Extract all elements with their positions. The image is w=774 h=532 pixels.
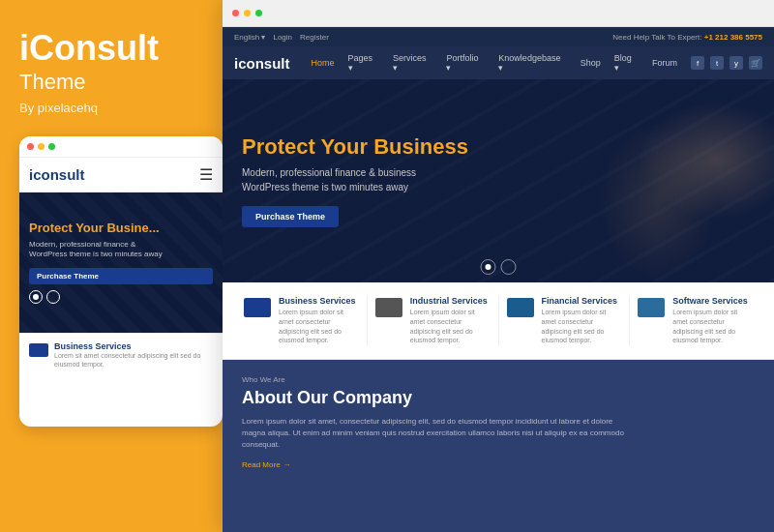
software-services-info: Software Services Lorem ipsum dolor sit … [672, 296, 753, 345]
about-label: Who We Are [242, 375, 755, 384]
nav-social-icons: f t y 🛒 [691, 56, 762, 70]
util-register[interactable]: Register [300, 33, 329, 42]
desktop-site: English ▾ Login Register Need Help Talk … [223, 27, 774, 532]
left-panel: iConsult Theme By pixelacehq iconsult ☰ … [0, 0, 223, 532]
industrial-services-info: Industrial Services Lorem ipsum dolor si… [410, 296, 491, 345]
service-item-business: Business Services Lorem ipsum dolor sit … [236, 296, 368, 345]
util-help-label: Need Help Talk To Expert: [612, 33, 701, 42]
main-nav: iconsult Home Pages ▾ Services ▾ Portfol… [223, 46, 774, 79]
nav-item-shop[interactable]: Shop [580, 58, 601, 68]
mobile-site-logo: iconsult [29, 166, 85, 183]
mobile-chrome-bar [19, 136, 223, 158]
hero-content: Protect Your Business Modern, profession… [242, 134, 468, 227]
hero-subtitle: Modern, professional finance & business … [242, 165, 464, 194]
mobile-nav: iconsult ☰ [19, 158, 223, 192]
hero-people-image [484, 79, 774, 282]
nav-item-forum[interactable]: Forum [652, 58, 677, 68]
right-panel: English ▾ Login Register Need Help Talk … [223, 0, 774, 532]
mobile-purchase-button[interactable]: Purchase Theme [29, 268, 213, 284]
industrial-services-text: Lorem ipsum dolor sit amet consectetur a… [410, 308, 491, 345]
mobile-services: Business Services Lorem sit amet consect… [19, 333, 223, 376]
hamburger-icon[interactable]: ☰ [199, 165, 213, 184]
software-services-text: Lorem ipsum dolor sit amet consectetur a… [672, 308, 753, 345]
software-services-title: Software Services [672, 296, 753, 306]
mobile-slider-dot-2 [46, 290, 60, 304]
mobile-dot-red [27, 143, 34, 150]
mobile-service-info: Business Services Lorem sit amet consect… [54, 341, 213, 369]
util-login[interactable]: Login [273, 33, 292, 42]
cart-icon[interactable]: 🛒 [749, 56, 762, 70]
industrial-services-title: Industrial Services [410, 296, 491, 306]
hero-purchase-button[interactable]: Purchase Theme [242, 206, 339, 227]
twitter-icon[interactable]: t [710, 56, 724, 70]
nav-item-pages[interactable]: Pages ▾ [348, 53, 380, 73]
util-bar-left: English ▾ Login Register [234, 33, 329, 42]
mobile-hero-subtitle: Modern, professional finance &WordPress … [29, 240, 213, 260]
nav-item-portfolio[interactable]: Portfolio ▾ [446, 53, 485, 73]
mobile-slider-dot-1 [29, 290, 43, 304]
mobile-hero-title: Protect Your Busine... [29, 221, 213, 236]
about-readmore-link[interactable]: Read More → [242, 460, 755, 469]
desktop-dot-green [255, 10, 262, 16]
mobile-dot-green [48, 143, 55, 150]
about-section: Who We Are About Our Company Lorem ipsum… [223, 360, 774, 532]
facebook-icon[interactable]: f [691, 56, 704, 70]
about-text: Lorem ipsum dolor sit amet, consectetur … [242, 416, 629, 451]
mobile-service-text: Lorem sit amet consectetur adipiscing el… [54, 351, 213, 369]
software-services-icon [638, 298, 665, 317]
arrow-right-icon: → [283, 460, 291, 469]
mobile-slider-dots [29, 290, 213, 304]
nav-item-blog[interactable]: Blog ▾ [614, 53, 639, 73]
mobile-dot-yellow [38, 143, 45, 150]
util-bar-right: Need Help Talk To Expert: +1 212 386 557… [612, 33, 762, 42]
desktop-dot-yellow [244, 10, 251, 16]
brand-author: By pixelacehq [19, 101, 159, 115]
nav-item-services[interactable]: Services ▾ [393, 53, 432, 73]
hero-section: Protect Your Business Modern, profession… [223, 79, 774, 282]
utility-bar: English ▾ Login Register Need Help Talk … [223, 27, 774, 46]
mobile-hero: Protect Your Busine... Modern, professio… [19, 192, 223, 333]
desktop-dot-red [232, 10, 239, 16]
hero-slider-dots [481, 259, 517, 275]
financial-services-icon [507, 298, 534, 317]
services-strip: Business Services Lorem ipsum dolor sit … [223, 282, 774, 360]
mobile-hero-highlight: Busine... [106, 221, 159, 235]
desktop-chrome-bar [223, 0, 774, 27]
financial-services-info: Financial Services Lorem ipsum dolor sit… [542, 296, 622, 345]
brand-bold: iConsult [19, 28, 159, 68]
industrial-services-icon [375, 298, 402, 317]
mobile-service-item: Business Services Lorem sit amet consect… [29, 341, 213, 369]
service-item-industrial: Industrial Services Lorem ipsum dolor si… [368, 296, 499, 345]
nav-item-knowledgebase[interactable]: Knowledgebase ▾ [498, 53, 566, 73]
service-item-financial: Financial Services Lorem ipsum dolor sit… [499, 296, 631, 345]
util-english[interactable]: English ▾ [234, 33, 265, 42]
brand-theme-label: Theme [19, 70, 159, 95]
service-item-software: Software Services Lorem ipsum dolor sit … [630, 296, 760, 345]
hero-slider-dot-2 [501, 259, 517, 275]
financial-services-title: Financial Services [542, 296, 622, 306]
business-services-icon [244, 298, 271, 317]
business-services-title: Business Services [279, 296, 359, 306]
util-phone: +1 212 386 5575 [704, 33, 762, 42]
mobile-service-icon [29, 343, 48, 357]
mobile-service-title: Business Services [54, 341, 213, 351]
brand-name: iConsult Theme By pixelacehq [19, 29, 159, 115]
hero-title-text: Protect Your [242, 134, 368, 159]
business-services-info: Business Services Lorem ipsum dolor sit … [279, 296, 359, 345]
hero-title: Protect Your Business [242, 134, 468, 160]
hero-title-highlight: Business [373, 134, 468, 159]
hero-slider-dot-1 [481, 259, 496, 275]
about-title: About Our Company [242, 388, 755, 408]
youtube-icon[interactable]: y [729, 56, 743, 70]
mobile-mockup: iconsult ☰ Protect Your Busine... Modern… [19, 136, 223, 427]
nav-site-logo: iconsult [234, 55, 290, 72]
financial-services-text: Lorem ipsum dolor sit amet consectetur a… [542, 308, 622, 345]
nav-item-home[interactable]: Home [312, 58, 335, 68]
business-services-text: Lorem ipsum dolor sit amet consectetur a… [279, 308, 359, 345]
